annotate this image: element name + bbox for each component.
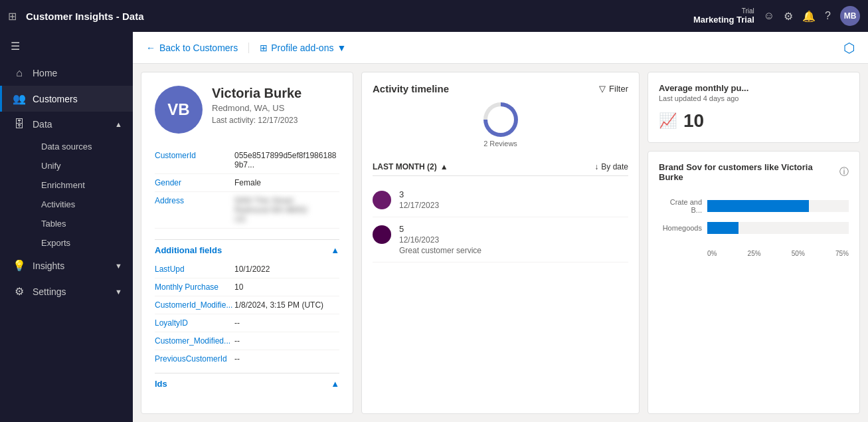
sidebar-label-insights: Insights	[33, 261, 64, 271]
ids-toggle[interactable]: Ids ▲	[155, 373, 339, 394]
filter-icon: ▽	[599, 84, 606, 94]
brand-bar-row-1: Homegoods	[659, 222, 849, 234]
gender-value: Female	[234, 178, 261, 187]
filter-label: Filter	[609, 84, 628, 94]
ids-chevron: ▲	[331, 379, 339, 389]
user-avatar[interactable]: MB	[840, 6, 860, 26]
x-label-1: 25%	[748, 250, 761, 257]
brand-info-icon[interactable]: ⓘ	[839, 166, 849, 178]
activity-header: Activity timeline ▽ Filter	[373, 83, 628, 94]
smiley-icon[interactable]: ☺	[764, 10, 774, 22]
customers-icon: 👥	[13, 92, 26, 105]
sidebar: ☰ ⌂ Home 👥 Customers 🗄 Data ▲ Data sourc…	[0, 32, 133, 422]
sidebar-item-data-sources[interactable]: Data sources	[31, 137, 133, 156]
sidebar-item-insights[interactable]: 💡 Insights ▼	[0, 253, 133, 278]
activity-item-title-0: 3	[399, 189, 628, 199]
org-name: Marketing Trial	[693, 15, 754, 25]
app-title: Customer Insights - Data	[26, 11, 687, 22]
exports-label: Exports	[41, 238, 70, 248]
activity-dot-1	[373, 225, 391, 244]
sidebar-label-data: Data	[33, 119, 52, 130]
metric-subtitle: Last updated 4 days ago	[659, 94, 849, 102]
right-panel: Average monthly pu... Last updated 4 day…	[648, 72, 860, 414]
field-row-lastupd: LastUpd 10/1/2022	[155, 261, 339, 278]
sidebar-item-data[interactable]: 🗄 Data ▲	[0, 112, 133, 137]
customerid-modified-value: 1/8/2024, 3:15 PM (UTC)	[234, 300, 323, 310]
enrichment-label: Enrichment	[41, 180, 85, 190]
lastupd-value: 10/1/2022	[234, 264, 270, 274]
subnav-right: ⬡	[843, 40, 855, 56]
dynamics-icon[interactable]: ⬡	[843, 41, 855, 55]
monthly-purchase-value: 10	[234, 282, 243, 292]
field-row-previous-customerid: PreviousCustomerId --	[155, 350, 339, 368]
sort-icon: ↓	[594, 162, 598, 171]
trial-badge: Trial Marketing Trial	[693, 7, 754, 25]
activity-item-content-1: 5 12/16/2023 Great customer service	[399, 224, 628, 255]
customerid-modified-label: CustomerId_Modifie...	[155, 300, 228, 310]
lastupd-label: LastUpd	[155, 264, 228, 274]
activity-item-date-1: 12/16/2023	[399, 235, 628, 245]
gender-label: Gender	[155, 178, 228, 187]
data-submenu: Data sources Unify Enrichment Activities…	[0, 137, 133, 253]
metric-value: 10	[683, 110, 704, 132]
data-sources-label: Data sources	[41, 142, 92, 152]
filter-button[interactable]: ▽ Filter	[599, 84, 628, 94]
layout: ☰ ⌂ Home 👥 Customers 🗄 Data ▲ Data sourc…	[0, 32, 868, 422]
additional-fields-toggle[interactable]: Additional fields ▲	[155, 239, 339, 261]
customer-info: Victoria Burke Redmond, WA, US Last acti…	[212, 86, 302, 125]
help-icon[interactable]: ?	[825, 10, 831, 22]
bell-icon[interactable]: 🔔	[802, 10, 816, 23]
sidebar-item-tables[interactable]: Tables	[31, 214, 133, 233]
x-label-3: 75%	[835, 250, 849, 257]
customer-card: VB Victoria Burke Redmond, WA, US Last a…	[141, 72, 353, 414]
additional-fields-chevron: ▲	[331, 245, 339, 255]
tables-label: Tables	[41, 219, 66, 229]
brand-bar-bg-1	[707, 222, 849, 234]
metric-trend-icon: 📈	[659, 112, 677, 130]
profile-addons-icon: ⊞	[260, 43, 268, 53]
sidebar-item-settings[interactable]: ⚙ Settings ▼	[0, 278, 133, 304]
by-date-label: By date	[601, 162, 628, 171]
customer-location: Redmond, WA, US	[212, 103, 302, 113]
field-row-gender: Gender Female	[155, 174, 339, 192]
sidebar-item-unify[interactable]: Unify	[31, 156, 133, 175]
activity-dot-0	[373, 191, 391, 209]
sidebar-item-activities[interactable]: Activities	[31, 195, 133, 214]
grid-icon[interactable]: ⊞	[8, 10, 17, 23]
customer-last-activity: Last activity: 12/17/2023	[212, 116, 302, 125]
loyaltyid-value: --	[234, 318, 240, 328]
by-date-button[interactable]: ↓ By date	[594, 162, 628, 171]
sidebar-label-customers: Customers	[33, 94, 78, 104]
period-label-text: LAST MONTH (2)	[373, 162, 437, 171]
customer-modified-label: Customer_Modified...	[155, 336, 228, 346]
review-circle-inner	[487, 106, 514, 133]
metric-title: Average monthly pu...	[659, 83, 849, 93]
review-bubble: 2 Reviews	[373, 102, 628, 148]
profile-addons-label: Profile add-ons	[271, 43, 333, 53]
monthly-purchase-label: Monthly Purchase	[155, 282, 228, 292]
field-row-customer-modified: Customer_Modified... --	[155, 332, 339, 350]
period-label-button[interactable]: LAST MONTH (2) ▲	[373, 162, 448, 171]
customerid-value: 055e8517899d5ef8f19861889b7...	[234, 151, 339, 169]
data-expand-icon: ▲	[115, 120, 122, 128]
gear-icon[interactable]: ⚙	[784, 10, 793, 23]
x-label-0: 0%	[707, 250, 717, 257]
sidebar-item-exports[interactable]: Exports	[31, 233, 133, 253]
brand-chart: Crate and B... Homegoods	[659, 193, 849, 247]
brand-bar-bg-0	[707, 200, 849, 212]
brand-title-row: Brand Sov for customers like Victoria Bu…	[659, 162, 849, 182]
field-row-monthly-purchase: Monthly Purchase 10	[155, 278, 339, 296]
ids-label: Ids	[155, 379, 167, 389]
profile-addons-button[interactable]: ⊞ Profile add-ons ▼	[260, 43, 346, 53]
sidebar-item-home[interactable]: ⌂ Home	[0, 60, 133, 86]
hamburger-icon[interactable]: ☰	[0, 32, 133, 60]
back-to-customers-button[interactable]: ← Back to Customers	[146, 43, 249, 53]
chart-x-axis: 0% 25% 50% 75%	[659, 250, 849, 257]
settings-icon: ⚙	[13, 285, 26, 298]
additional-fields-label: Additional fields	[155, 245, 222, 255]
sidebar-item-customers[interactable]: 👥 Customers	[0, 86, 133, 112]
sidebar-item-enrichment[interactable]: Enrichment	[31, 175, 133, 195]
period-header: LAST MONTH (2) ▲ ↓ By date	[373, 158, 628, 176]
activity-item-title-1: 5	[399, 224, 628, 234]
field-row-address: Address 5000 Thin StreetRedmond WA 98052…	[155, 192, 339, 229]
